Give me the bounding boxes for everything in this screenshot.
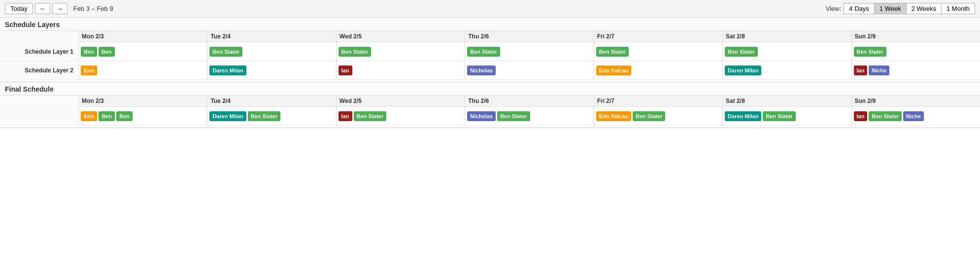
day-header: Fri 2/7 xyxy=(594,96,722,107)
final-shift-block[interactable]: Ben Slater xyxy=(869,111,901,121)
prev-button[interactable]: ← xyxy=(35,3,50,14)
final-schedule-row: ErinBenBenDaren MilanBen SlaterIanBen Sl… xyxy=(0,107,980,126)
shift-block[interactable]: Ben Slater xyxy=(467,47,500,57)
shift-block[interactable]: Daren Milan xyxy=(209,65,246,75)
day-col: Fri 2/7 xyxy=(594,31,723,42)
shift-block[interactable]: Erin xyxy=(81,65,97,75)
view-4days-button[interactable]: 4 Days xyxy=(844,3,874,14)
day-header: Tue 2/4 xyxy=(207,31,336,42)
day-col: Thu 2/6 xyxy=(465,96,594,107)
shift-block[interactable]: Ben Slater xyxy=(338,47,371,57)
day-header: Wed 2/5 xyxy=(337,96,465,107)
shift-block[interactable]: Erin Falcao xyxy=(596,65,631,75)
layer1-days: BenBenBen SlaterBen SlaterBen SlaterBen … xyxy=(79,42,980,61)
day-header: Fri 2/7 xyxy=(594,31,722,42)
final-days: ErinBenBenDaren MilanBen SlaterIanBen Sl… xyxy=(79,107,980,125)
day-col: Sun 2/9 xyxy=(852,96,980,107)
day-content: Daren Milan xyxy=(723,61,851,79)
day-content: Ben Slater xyxy=(465,42,593,61)
day-header: Sun 2/9 xyxy=(852,96,980,107)
final-shift-block[interactable]: Ian xyxy=(854,111,868,121)
view-1week-button[interactable]: 1 Week xyxy=(874,3,907,14)
shift-block[interactable]: Nicholas xyxy=(467,65,496,75)
navigation-controls: Today ← → Feb 3 – Feb 9 xyxy=(5,3,113,14)
day-col: Ben Slater xyxy=(594,42,723,61)
final-shift-block[interactable]: Ben xyxy=(116,111,133,121)
view-1month-button[interactable]: 1 Month xyxy=(941,3,975,14)
layer2-label: Schedule Layer 2 xyxy=(0,61,79,79)
final-day-content: Daren MilanBen Slater xyxy=(207,107,336,125)
day-content: IanNiche xyxy=(852,61,980,79)
day-header: Mon 2/3 xyxy=(79,31,207,42)
final-day-content: Daren MilanBen Slater xyxy=(723,107,851,125)
shift-block[interactable]: Ben Slater xyxy=(854,47,886,57)
day-col: Ben Slater xyxy=(337,42,465,61)
final-day-col: ErinBenBen xyxy=(79,107,207,125)
view-label: View: xyxy=(826,5,842,12)
day-content: Ben Slater xyxy=(594,42,722,61)
layer1-row: Schedule Layer 1 BenBenBen SlaterBen Sla… xyxy=(0,42,980,61)
day-col: Tue 2/4 xyxy=(207,96,336,107)
final-schedule-section: Final Schedule Mon 2/3Tue 2/4Wed 2/5Thu … xyxy=(0,82,980,128)
day-content: Ben Slater xyxy=(723,42,851,61)
final-day-content: NicholasBen Slater xyxy=(465,107,593,125)
final-day-col: NicholasBen Slater xyxy=(465,107,594,125)
final-shift-block[interactable]: Daren Milan xyxy=(209,111,246,121)
final-day-content: ErinBenBen xyxy=(79,107,207,125)
day-header: Sun 2/9 xyxy=(852,31,980,42)
final-shift-block[interactable]: Daren Milan xyxy=(725,111,761,121)
layer2-days: ErinDaren MilanIanNicholasErin FalcaoDar… xyxy=(79,61,980,79)
shift-block[interactable]: Ben Slater xyxy=(209,47,242,57)
schedule-layers-title: Schedule Layers xyxy=(0,18,980,31)
schedule-layers-grid: Mon 2/3Tue 2/4Wed 2/5Thu 2/6Fri 2/7Sat 2… xyxy=(0,31,980,80)
shift-block[interactable]: Ben xyxy=(99,47,115,57)
day-content: Ben Slater xyxy=(207,42,336,61)
day-header: Sat 2/8 xyxy=(723,31,851,42)
day-col: Ben Slater xyxy=(465,42,594,61)
shift-block[interactable]: Ian xyxy=(854,65,868,75)
final-day-col: Daren MilanBen Slater xyxy=(207,107,336,125)
day-header: Wed 2/5 xyxy=(337,31,465,42)
final-shift-block[interactable]: Ian xyxy=(338,111,352,121)
layer2-row: Schedule Layer 2 ErinDaren MilanIanNicho… xyxy=(0,61,980,80)
final-shift-block[interactable]: Ben xyxy=(99,111,115,121)
day-col: Ben Slater xyxy=(207,42,336,61)
final-shift-block[interactable]: Niche xyxy=(903,111,924,121)
today-button[interactable]: Today xyxy=(5,3,33,14)
final-days-header-container: Mon 2/3Tue 2/4Wed 2/5Thu 2/6Fri 2/7Sat 2… xyxy=(79,96,980,107)
day-col: Nicholas xyxy=(465,61,594,79)
day-content: Erin xyxy=(79,61,207,79)
date-range: Feb 3 – Feb 9 xyxy=(73,5,113,12)
final-shift-block[interactable]: Erin Falcao xyxy=(596,111,631,121)
final-day-content: Erin FalcaoBen Slater xyxy=(594,107,722,125)
shift-block[interactable]: Ian xyxy=(338,65,352,75)
shift-block[interactable]: Ben xyxy=(81,47,97,57)
day-col: Mon 2/3 xyxy=(79,31,207,42)
day-col: Thu 2/6 xyxy=(465,31,594,42)
day-header-row: Mon 2/3Tue 2/4Wed 2/5Thu 2/6Fri 2/7Sat 2… xyxy=(0,31,980,42)
day-col: Sat 2/8 xyxy=(723,96,851,107)
final-shift-block[interactable]: Ben Slater xyxy=(248,111,280,121)
shift-block[interactable]: Niche xyxy=(869,65,889,75)
final-shift-block[interactable]: Erin xyxy=(81,111,97,121)
day-content: Daren Milan xyxy=(207,61,336,79)
shift-block[interactable]: Daren Milan xyxy=(725,65,761,75)
layer1-label: Schedule Layer 1 xyxy=(0,42,79,61)
day-col: Erin Falcao xyxy=(594,61,723,79)
shift-block[interactable]: Ben Slater xyxy=(596,47,629,57)
day-content: BenBen xyxy=(79,42,207,61)
final-day-content: IanBen Slater xyxy=(337,107,465,125)
next-button[interactable]: → xyxy=(52,3,68,14)
shift-block[interactable]: Ben Slater xyxy=(725,47,757,57)
final-shift-block[interactable]: Ben Slater xyxy=(763,111,795,121)
days-header-container: Mon 2/3Tue 2/4Wed 2/5Thu 2/6Fri 2/7Sat 2… xyxy=(79,31,980,42)
final-shift-block[interactable]: Nicholas xyxy=(467,111,496,121)
final-shift-block[interactable]: Ben Slater xyxy=(354,111,386,121)
view-2weeks-button[interactable]: 2 Weeks xyxy=(906,3,942,14)
final-shift-block[interactable]: Ben Slater xyxy=(497,111,530,121)
day-content: Nicholas xyxy=(465,61,593,79)
day-header: Mon 2/3 xyxy=(79,96,207,107)
final-schedule-title: Final Schedule xyxy=(0,82,980,96)
final-shift-block[interactable]: Ben Slater xyxy=(633,111,665,121)
top-bar: Today ← → Feb 3 – Feb 9 View: 4 Days 1 W… xyxy=(0,0,980,18)
